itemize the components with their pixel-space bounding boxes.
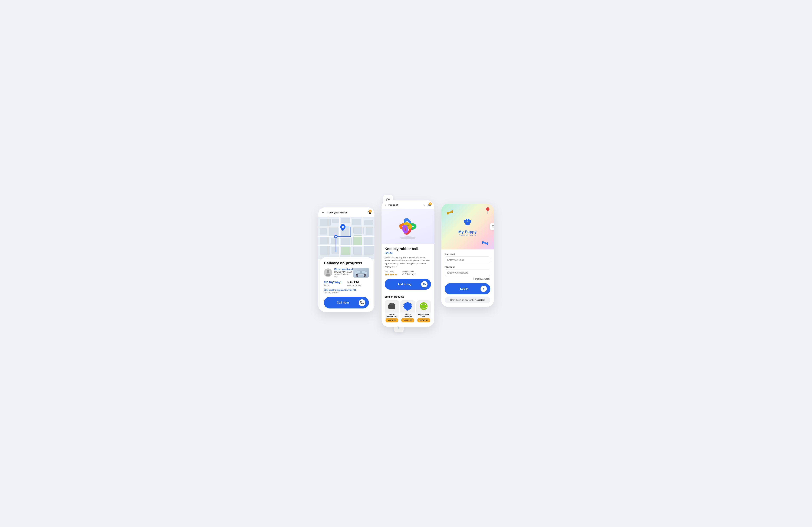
similar-item-1[interactable]: Ball for massages 🛍 €22.99 [401, 300, 415, 324]
last-purchase-value: ⏱ 5 days ago [402, 273, 415, 275]
product-heart-icon[interactable]: ♡ [423, 203, 425, 207]
product-bag-badge[interactable]: 🛍 3 [427, 203, 431, 207]
driver-name: Elizer Nairikund [334, 268, 353, 271]
map-area [318, 217, 375, 259]
scene: 🛍 📍 ← Track your order 🛍 3 [318, 200, 494, 327]
car-image [353, 268, 369, 277]
add-bag-icon: 🛍 [421, 281, 427, 287]
driver-car: Driving Volvo XC60 [334, 271, 353, 273]
call-rider-button[interactable]: Call rider 📞 [324, 297, 369, 309]
similar-title: Similar products [381, 295, 434, 298]
email-input[interactable] [445, 256, 490, 263]
status-item: On my way! Status [324, 280, 342, 287]
similar-price-2: 🛍 €49.49 [417, 318, 430, 322]
product-details: Knobbly rubber ball €22.52 Multi Color D… [381, 244, 434, 295]
brand-logo: My Puppy Everything for your pet [459, 217, 477, 236]
add-to-bag-button[interactable]: Add to bag 🛍 [385, 279, 431, 290]
brand-name: My Puppy [459, 230, 477, 234]
driver-started: Started 8 minutes ago [334, 273, 353, 277]
svg-point-41 [400, 237, 416, 239]
brand-tagline: Everything for your pet [459, 234, 477, 236]
svg-rect-7 [329, 227, 338, 236]
last-purchase-section: Last purchase ⏱ 5 days ago [402, 270, 415, 276]
hero-heart-button[interactable]: ♡ [490, 223, 494, 230]
similar-name-2: Puppy tennis ball [417, 313, 431, 318]
driver-avatar [324, 268, 332, 277]
forgot-password-link[interactable]: Forgot password? [473, 278, 490, 280]
product-image-area [381, 209, 434, 244]
svg-point-63 [404, 308, 404, 309]
login-btn-text: Log in [448, 287, 480, 290]
delivery-card: Delivery on progress Elizer Nairikund Dr… [320, 257, 373, 312]
product-header-left: ← Product [385, 203, 398, 206]
svg-point-53 [407, 302, 408, 303]
svg-point-38 [357, 275, 358, 276]
similar-item-0[interactable]: Hunter Silicone Bag 🛍 €54.99 [385, 300, 399, 324]
svg-point-58 [410, 303, 411, 304]
blue-bone-icon [481, 239, 489, 247]
svg-point-78 [465, 222, 470, 225]
svg-point-71 [486, 207, 490, 211]
svg-point-65 [420, 302, 427, 310]
login-button[interactable]: Log in › [445, 283, 490, 295]
svg-rect-1 [320, 219, 331, 226]
svg-rect-15 [364, 237, 373, 245]
svg-point-64 [411, 308, 412, 309]
track-header: ← Track your order 🛍 3 [318, 207, 375, 217]
email-label: Your email [445, 253, 490, 255]
svg-point-61 [404, 304, 404, 305]
svg-point-80 [465, 219, 467, 222]
add-bag-btn-text: Add to bag [388, 283, 421, 286]
rating-row: Your rating ★★★★★ Last purchase ⏱ 5 days… [385, 270, 431, 276]
rating-section: Your rating ★★★★★ [385, 270, 397, 276]
svg-point-30 [342, 226, 344, 228]
product-bag-count: 3 [429, 202, 432, 205]
bag-badge[interactable]: 🛍 3 [367, 211, 371, 214]
product-back-icon[interactable]: ← [385, 203, 387, 206]
track-title: Track your order [327, 211, 347, 214]
svg-rect-3 [341, 218, 350, 223]
similar-img-2 [417, 300, 431, 313]
svg-rect-17 [332, 247, 339, 254]
password-label: Password [445, 266, 490, 268]
similar-item-2[interactable]: Puppy tennis ball 🛍 €49.49 [417, 300, 431, 324]
password-input[interactable] [445, 269, 490, 276]
svg-rect-50 [391, 303, 393, 304]
rating-label: Your rating [385, 270, 397, 272]
svg-point-31 [327, 270, 329, 273]
phone-tracking: ← Track your order 🛍 3 [318, 207, 375, 312]
svg-rect-51 [389, 305, 390, 306]
status-row: On my way! Status 6:45 PM Estimate arriv… [324, 280, 369, 287]
register-link[interactable]: Register! [475, 299, 484, 301]
login-arrow-icon: › [480, 286, 487, 292]
product-price: €22.52 [385, 252, 431, 255]
similar-grid: Hunter Silicone Bag 🛍 €54.99 [381, 300, 434, 327]
product-title: Product [389, 203, 398, 206]
back-arrow-icon[interactable]: ← [322, 211, 325, 214]
svg-point-82 [469, 220, 472, 223]
address-label: Delivery address [324, 291, 369, 294]
paw-icon [459, 217, 477, 229]
svg-rect-11 [320, 237, 329, 244]
svg-rect-5 [364, 219, 373, 225]
svg-point-62 [411, 304, 412, 305]
login-hero: My Puppy Everything for your pet ♡ [441, 204, 494, 250]
similar-name-0: Hunter Silicone Bag [385, 313, 399, 318]
register-text: Don't have an account? [450, 299, 474, 301]
svg-point-59 [405, 308, 406, 309]
product-image [395, 213, 421, 240]
eta-label: Estimate arrival [347, 284, 362, 287]
svg-point-57 [405, 303, 406, 304]
phone-login: My Puppy Everything for your pet ♡ Your … [441, 204, 494, 307]
bone-toy-icon [446, 208, 454, 216]
similar-price-1: 🛍 €22.99 [401, 318, 414, 322]
track-header-left: ← Track your order [322, 211, 347, 214]
stars: ★★★★★ [385, 273, 397, 276]
status-label: Status [324, 284, 342, 287]
call-btn-text: Call rider [328, 301, 359, 304]
svg-point-55 [403, 306, 404, 307]
svg-rect-19 [353, 247, 362, 255]
forgot-row: Forgot password? [445, 277, 490, 280]
driver-info: Elizer Nairikund Driving Volvo XC60 Star… [324, 268, 353, 277]
svg-rect-12 [331, 238, 338, 244]
